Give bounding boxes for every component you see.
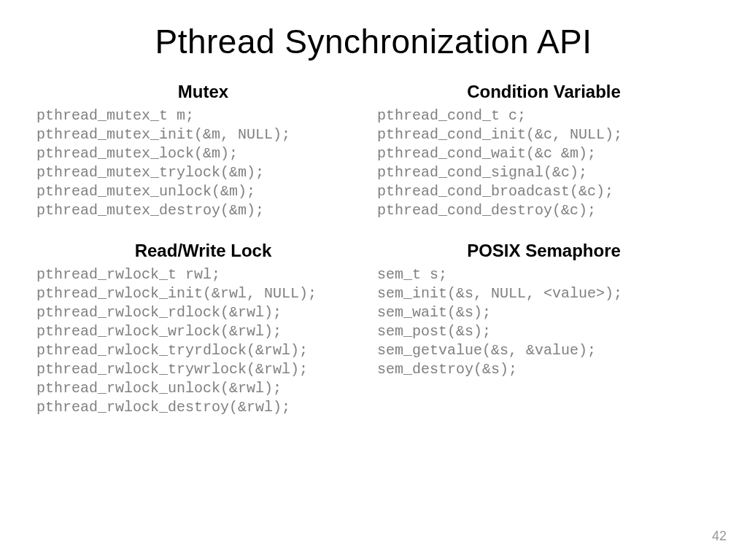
code-block-rwlock: pthread_rwlock_t rwl; pthread_rwlock_ini… <box>36 265 370 417</box>
section-heading-cond: Condition Variable <box>377 82 711 102</box>
section-mutex: Mutex pthread_mutex_t m; pthread_mutex_i… <box>36 82 370 220</box>
section-sem: POSIX Semaphore sem_t s; sem_init(&s, NU… <box>377 241 711 417</box>
code-block-mutex: pthread_mutex_t m; pthread_mutex_init(&m… <box>36 106 370 220</box>
section-cond: Condition Variable pthread_cond_t c; pth… <box>377 82 711 220</box>
page-number: 42 <box>712 529 727 544</box>
section-rwlock: Read/Write Lock pthread_rwlock_t rwl; pt… <box>36 241 370 417</box>
slide: Pthread Synchronization API Mutex pthrea… <box>0 0 747 560</box>
content-grid: Mutex pthread_mutex_t m; pthread_mutex_i… <box>36 82 711 417</box>
section-heading-rwlock: Read/Write Lock <box>36 241 370 261</box>
slide-title: Pthread Synchronization API <box>36 22 711 61</box>
code-block-sem: sem_t s; sem_init(&s, NULL, <value>); se… <box>377 265 711 379</box>
section-heading-mutex: Mutex <box>36 82 370 102</box>
code-block-cond: pthread_cond_t c; pthread_cond_init(&c, … <box>377 106 711 220</box>
section-heading-sem: POSIX Semaphore <box>377 241 711 261</box>
